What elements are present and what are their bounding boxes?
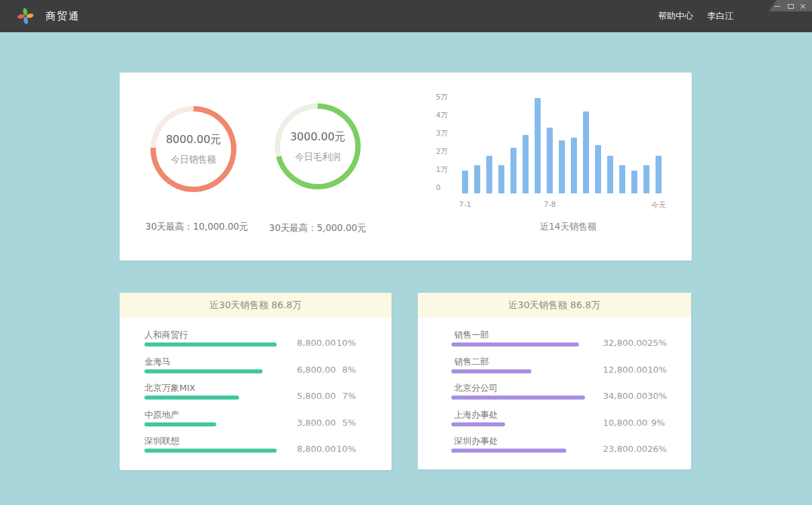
daily-sales-bar bbox=[643, 165, 649, 193]
rank-row-amount: 5,800.00 bbox=[297, 391, 336, 401]
rank-row-values: 34,800.0030% bbox=[603, 391, 665, 401]
rank-row-amount: 8,800.00 bbox=[297, 338, 336, 348]
rank-row-percent: 8% bbox=[336, 365, 356, 375]
today-sales-label: 今日销售额 bbox=[171, 154, 216, 166]
rank-row: 深圳办事处23,800.0026% bbox=[418, 435, 691, 461]
y-axis-tick: 4万 bbox=[436, 111, 448, 120]
y-axis-tick: 5万 bbox=[436, 93, 448, 102]
daily-sales-bar bbox=[631, 171, 637, 193]
daily-sales-bar bbox=[559, 140, 565, 193]
rank-row: 上海办事处10,800.009% bbox=[418, 409, 691, 434]
rank-row-label: 上海办事处 bbox=[454, 409, 498, 421]
rank-row-bar bbox=[451, 449, 566, 453]
daily-sales-bar bbox=[656, 156, 662, 193]
rank-row-amount: 23,800.00 bbox=[603, 444, 647, 454]
customer-sales-rank-card: 近30天销售额 86.8万 人和商贸行8,800.0010%金海马6,800.0… bbox=[120, 293, 392, 470]
rank-row-values: 12,800.0010% bbox=[603, 365, 665, 375]
x-axis-label: 7-8 bbox=[530, 200, 570, 209]
close-icon[interactable] bbox=[800, 3, 807, 9]
rank-row-amount: 12,800.00 bbox=[603, 365, 647, 375]
rank-row-amount: 32,800.00 bbox=[603, 338, 647, 348]
y-axis-tick: 2万 bbox=[436, 147, 448, 156]
daily-sales-bar bbox=[474, 165, 480, 193]
rank-row-label: 深圳办事处 bbox=[454, 435, 498, 447]
rank-row-bar bbox=[144, 342, 277, 347]
rank-row: 金海马6,800.008% bbox=[120, 356, 392, 381]
rank-row-amount: 34,800.00 bbox=[603, 391, 647, 401]
daily-sales-bar bbox=[486, 156, 492, 193]
rank-row-amount: 10,800.00 bbox=[603, 418, 647, 428]
rank-row-amount: 3,800.00 bbox=[297, 418, 336, 428]
rank-row-percent: 25% bbox=[647, 338, 665, 348]
rank-row: 人和商贸行8,800.0010% bbox=[120, 329, 392, 355]
rank-row: 深圳联想8,800.0010% bbox=[120, 435, 392, 461]
rank-row-amount: 8,800.00 bbox=[297, 444, 336, 454]
rank-row-values: 8,800.0010% bbox=[297, 444, 356, 454]
rank-row-values: 32,800.0025% bbox=[603, 338, 665, 348]
daily-sales-bar bbox=[523, 135, 529, 193]
rank-row-values: 8,800.0010% bbox=[297, 338, 356, 348]
rank-row-bar bbox=[144, 369, 263, 373]
rank-row-bar bbox=[451, 396, 585, 400]
rank-row-bar bbox=[451, 342, 579, 347]
rank-row-percent: 10% bbox=[647, 365, 665, 375]
rank-row-label: 中原地产 bbox=[144, 409, 179, 421]
department-sales-rank-card: 近30天销售额 86.8万 销售一部32,800.0025%销售二部12,800… bbox=[418, 293, 691, 469]
today-profit-label: 今日毛利润 bbox=[295, 151, 341, 163]
rank-row-values: 10,800.009% bbox=[603, 418, 665, 428]
rank-card-title: 近30天销售额 86.8万 bbox=[120, 293, 392, 318]
daily-sales-bar bbox=[571, 138, 577, 193]
daily-sales-bar bbox=[583, 111, 589, 193]
y-axis-tick: 3万 bbox=[436, 129, 448, 138]
rank-row-percent: 30% bbox=[647, 391, 665, 401]
today-sales-value: 8000.00元 bbox=[166, 133, 221, 147]
x-axis-label: 7-1 bbox=[445, 200, 486, 209]
rank-row-bar bbox=[144, 449, 277, 453]
window-controls bbox=[769, 0, 812, 11]
rank-row-percent: 9% bbox=[647, 418, 665, 428]
maximize-icon[interactable] bbox=[787, 3, 794, 9]
x-axis-label: 今天 bbox=[639, 200, 679, 210]
daily-sales-bar bbox=[619, 165, 625, 193]
rank-row-label: 销售一部 bbox=[454, 329, 489, 341]
rank-row-percent: 10% bbox=[336, 444, 356, 454]
rank-row-bar bbox=[144, 422, 216, 426]
app-logo-pinwheel-icon bbox=[15, 6, 36, 26]
rank-row: 北京万象MIX5,800.007% bbox=[120, 382, 392, 408]
daily-sales-bar bbox=[498, 165, 504, 193]
daily-sales-bar bbox=[462, 171, 468, 193]
daily-sales-bar bbox=[510, 148, 516, 193]
daily-sales-bar bbox=[607, 156, 613, 193]
y-axis-tick: 0 bbox=[436, 183, 441, 193]
rank-row-bar bbox=[144, 396, 239, 400]
rank-row: 北京分公司34,800.0030% bbox=[418, 382, 691, 408]
donut-center-text: 3000.00元 今日毛利润 bbox=[275, 103, 361, 189]
rank-row-values: 3,800.005% bbox=[297, 418, 356, 428]
rank-row: 销售二部12,800.0010% bbox=[418, 356, 691, 381]
titlebar-links: 帮助中心 李白江 bbox=[658, 0, 733, 32]
today-profit-30d-max: 30天最高：5,000.00元 bbox=[237, 222, 398, 234]
rank-row-values: 6,800.008% bbox=[297, 365, 356, 375]
daily-sales-bar bbox=[535, 98, 541, 193]
rank-row-bar bbox=[451, 369, 531, 373]
rank-row-label: 金海马 bbox=[144, 356, 171, 368]
daily-sales-bar bbox=[547, 128, 553, 193]
y-axis-tick: 1万 bbox=[436, 165, 448, 175]
rank-row-values: 5,800.007% bbox=[297, 391, 356, 401]
rank-row-label: 销售二部 bbox=[454, 356, 489, 368]
rank-row-label: 北京万象MIX bbox=[144, 382, 195, 394]
donut-center-text: 8000.00元 今日销售额 bbox=[150, 106, 236, 192]
rank-row: 销售一部32,800.0025% bbox=[418, 329, 691, 355]
rank-row-percent: 26% bbox=[647, 444, 665, 454]
user-name-link[interactable]: 李白江 bbox=[707, 10, 733, 22]
daily-sales-bar bbox=[595, 145, 601, 193]
rank-row-label: 人和商贸行 bbox=[144, 329, 188, 341]
minimize-icon[interactable] bbox=[774, 3, 781, 9]
title-bar: 商贸通 帮助中心 李白江 bbox=[0, 0, 812, 32]
rank-row-percent: 7% bbox=[336, 391, 356, 401]
help-center-link[interactable]: 帮助中心 bbox=[658, 10, 693, 22]
rank-card-title: 近30天销售额 86.8万 bbox=[418, 293, 691, 318]
rank-row: 中原地产3,800.005% bbox=[120, 409, 392, 434]
today-sales-donut-chart: 8000.00元 今日销售额 bbox=[150, 106, 236, 192]
rank-row-percent: 10% bbox=[336, 338, 356, 348]
